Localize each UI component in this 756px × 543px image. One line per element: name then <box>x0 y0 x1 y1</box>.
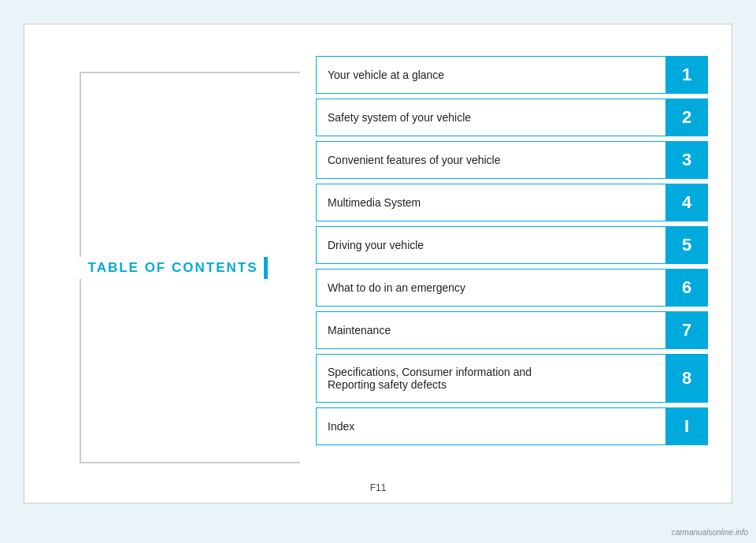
toc-item-5[interactable]: Driving your vehicle 5 <box>316 226 708 264</box>
toc-item-index[interactable]: Index I <box>316 407 708 445</box>
page-number: F11 <box>24 482 732 493</box>
toc-item-7-number: 7 <box>666 312 707 348</box>
toc-item-4-number: 4 <box>666 184 707 221</box>
toc-item-3-label: Convenient features of your vehicle <box>317 142 666 178</box>
toc-item-5-number: 5 <box>666 227 707 263</box>
toc-item-7-label: Maintenance <box>317 312 666 348</box>
toc-item-7[interactable]: Maintenance 7 <box>316 311 708 349</box>
toc-item-4[interactable]: Multimedia System 4 <box>316 184 708 221</box>
watermark: carmanualsonline.info <box>672 528 748 537</box>
toc-item-1[interactable]: Your vehicle at a glance 1 <box>316 56 708 94</box>
toc-title-container: TABLE OF CONTENTS <box>72 257 276 279</box>
toc-item-8-label-line2: Reporting safety defects <box>328 378 447 391</box>
toc-item-index-label: Index <box>317 408 666 444</box>
toc-item-8-label-line1: Specifications, Consumer information and <box>328 366 532 378</box>
toc-item-5-label: Driving your vehicle <box>317 227 666 263</box>
toc-item-2-number: 2 <box>666 99 707 136</box>
toc-item-4-label: Multimedia System <box>317 184 666 221</box>
toc-item-6-number: 6 <box>666 270 707 306</box>
toc-item-1-label: Your vehicle at a glance <box>317 57 666 93</box>
toc-item-3[interactable]: Convenient features of your vehicle 3 <box>316 141 708 179</box>
toc-item-6[interactable]: What to do in an emergency 6 <box>316 269 708 307</box>
page-container: TABLE OF CONTENTS Your vehicle at a glan… <box>24 24 732 504</box>
toc-item-2-label: Safety system of your vehicle <box>317 99 666 136</box>
toc-title-text: TABLE OF CONTENTS <box>88 260 258 276</box>
toc-item-index-number: I <box>666 408 707 444</box>
toc-item-1-number: 1 <box>666 57 707 93</box>
toc-item-2[interactable]: Safety system of your vehicle 2 <box>316 99 708 136</box>
toc-item-8-number: 8 <box>666 355 707 402</box>
toc-item-3-number: 3 <box>666 142 707 178</box>
toc-list: Your vehicle at a glance 1 Safety system… <box>300 56 708 479</box>
left-panel: TABLE OF CONTENTS <box>48 56 300 479</box>
toc-item-6-label: What to do in an emergency <box>317 270 666 306</box>
toc-bar-icon <box>264 257 268 279</box>
main-content: TABLE OF CONTENTS Your vehicle at a glan… <box>24 24 732 503</box>
toc-item-8-label: Specifications, Consumer information and… <box>317 355 666 402</box>
toc-item-8[interactable]: Specifications, Consumer information and… <box>316 354 708 403</box>
